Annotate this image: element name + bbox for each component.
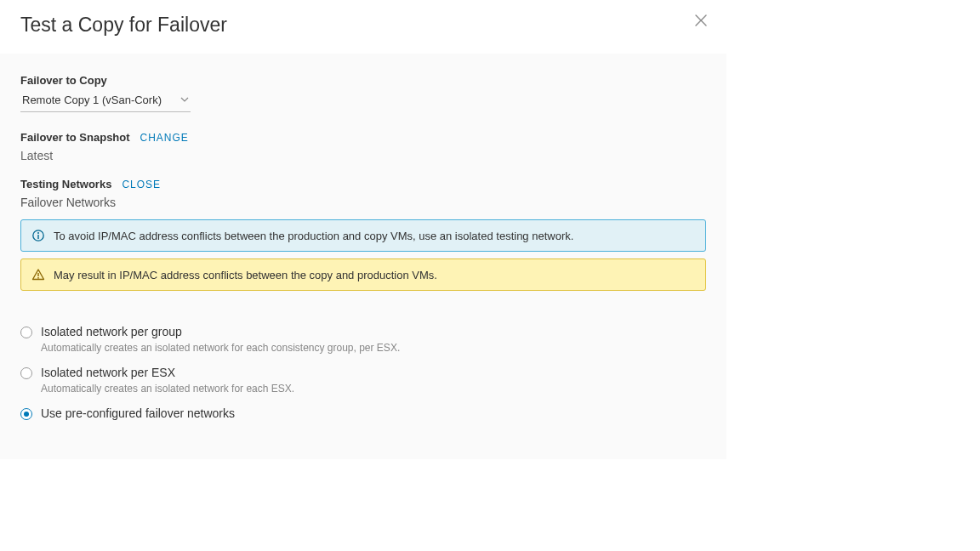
radio-preconfigured-networks[interactable]: Use pre-configured failover networks bbox=[20, 406, 706, 420]
close-button[interactable] bbox=[694, 14, 708, 27]
radio-input[interactable] bbox=[20, 408, 32, 420]
svg-point-1 bbox=[37, 232, 39, 234]
modal-body-scroll[interactable]: Failover to Copy Remote Copy 1 (vSan-Cor… bbox=[0, 54, 726, 459]
radio-input[interactable] bbox=[20, 367, 32, 379]
info-alert-text: To avoid IP/MAC address conflicts betwee… bbox=[54, 230, 573, 242]
testing-networks-label: Testing Networks bbox=[20, 178, 111, 190]
warning-alert: May result in IP/MAC address conflicts b… bbox=[20, 258, 706, 291]
close-icon bbox=[694, 14, 708, 27]
chevron-down-icon bbox=[180, 94, 189, 106]
warning-icon bbox=[31, 268, 45, 281]
failover-copy-dropdown[interactable]: Remote Copy 1 (vSan-Cork) bbox=[20, 92, 191, 112]
change-snapshot-button[interactable]: CHANGE bbox=[140, 132, 189, 144]
info-alert: To avoid IP/MAC address conflicts betwee… bbox=[20, 219, 706, 252]
svg-rect-3 bbox=[37, 273, 38, 276]
svg-point-4 bbox=[37, 277, 39, 279]
radio-label: Use pre-configured failover networks bbox=[41, 406, 235, 420]
radio-isolated-per-group[interactable]: Isolated network per group bbox=[20, 325, 706, 338]
failover-copy-label: Failover to Copy bbox=[20, 74, 706, 87]
radio-isolated-per-esx[interactable]: Isolated network per ESX bbox=[20, 366, 706, 379]
svg-rect-2 bbox=[37, 235, 38, 239]
failover-networks-subhead: Failover Networks bbox=[20, 196, 706, 209]
radio-input[interactable] bbox=[20, 327, 32, 338]
failover-copy-value: Remote Copy 1 (vSan-Cork) bbox=[22, 94, 162, 106]
failover-snapshot-value: Latest bbox=[20, 149, 706, 162]
radio-desc: Automatically creates an isolated networ… bbox=[41, 342, 706, 354]
failover-snapshot-label: Failover to Snapshot bbox=[20, 131, 130, 144]
close-networks-button[interactable]: CLOSE bbox=[122, 179, 160, 190]
modal-test-copy-failover: Test a Copy for Failover Failover to Cop… bbox=[0, 0, 726, 459]
radio-label: Isolated network per ESX bbox=[41, 366, 175, 379]
radio-desc: Automatically creates an isolated networ… bbox=[41, 383, 706, 395]
modal-title: Test a Copy for Failover bbox=[20, 14, 227, 37]
radio-label: Isolated network per group bbox=[41, 325, 182, 338]
info-icon bbox=[31, 229, 45, 242]
modal-header: Test a Copy for Failover bbox=[0, 0, 726, 54]
warning-alert-text: May result in IP/MAC address conflicts b… bbox=[54, 269, 437, 281]
